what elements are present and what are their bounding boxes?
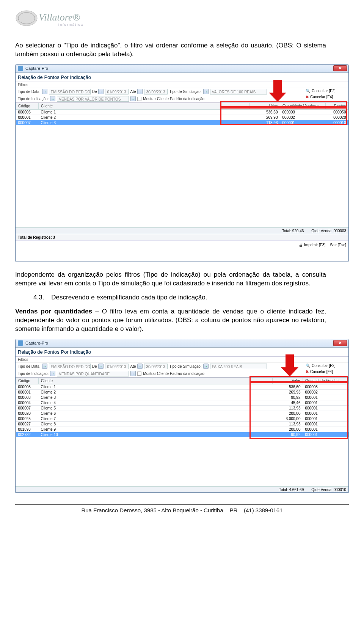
col-qtd[interactable]: Quantidade Vendas ▽ <box>280 103 326 109</box>
titlebar: Captare-Pro ✕ <box>16 339 348 348</box>
table-row[interactable]: 002732Cliente 1090,92000001 <box>16 432 348 437</box>
label-mostrar: Mostrar Cliente Padrão da indicação <box>143 97 204 101</box>
field-tipo-data[interactable]: EMISSÃO DO PEDIDO <box>49 89 91 94</box>
expand-icon[interactable]: → <box>42 364 47 369</box>
label-tipo-ind: Tipo de Indicação: <box>18 97 49 101</box>
field-ate[interactable]: 30/09/2013 <box>144 364 168 369</box>
table-row[interactable]: 001893Cliente 9200,00000001 <box>16 427 348 432</box>
summary-bar: Total: 4.661,69 Qtde Venda: 000010 <box>16 487 348 493</box>
label-de: De <box>92 90 97 94</box>
cancelar-button[interactable]: ✖ Cancelar [F4] <box>304 94 348 100</box>
consultar-button[interactable]: 🔍 Consultar [F2] <box>304 363 348 369</box>
field-de[interactable]: 01/09/2013 <box>105 89 129 94</box>
close-button[interactable]: ✕ <box>333 340 347 346</box>
label-tipo-data: Tipo de Data: <box>18 364 41 368</box>
label-tipo-data: Tipo de Data: <box>18 90 41 94</box>
label-de: De <box>92 364 97 368</box>
sair-button[interactable]: Sair [Esc] <box>330 243 346 247</box>
svg-text:informática: informática <box>58 23 83 27</box>
checkbox-mostrar[interactable] <box>137 372 141 376</box>
filter-row-1: Tipo de Data: → EMISSÃO DO PEDIDO De → 0… <box>16 88 304 95</box>
titlebar: Captare-Pro ✕ <box>16 65 348 73</box>
expand-icon[interactable]: → <box>42 89 47 94</box>
svg-text:Villatore®: Villatore® <box>39 12 80 23</box>
col-cliente[interactable]: Cliente <box>39 103 250 109</box>
total-qtd: Qtde Venda: 000003 <box>311 229 346 233</box>
col-codigo[interactable]: Código <box>16 103 39 109</box>
app-title: Captare-Pro <box>25 66 48 71</box>
col-valor[interactable]: Valor <box>250 103 280 109</box>
expand-icon[interactable]: → <box>137 89 143 94</box>
cancelar-button[interactable]: ✖ Cancelar [F4] <box>304 369 348 375</box>
checkbox-mostrar[interactable] <box>137 97 141 101</box>
expand-icon[interactable]: → <box>137 364 143 369</box>
status-bar: Total de Registros: 3 <box>16 234 348 240</box>
cancelar-label: Cancelar [F4] <box>310 95 333 99</box>
expand-icon[interactable]: → <box>98 364 104 369</box>
label-tipo-sim: Tipo de Simulação: <box>169 364 201 368</box>
paragraph-1: Ao selecionar o "Tipo de indicação", o f… <box>15 41 326 59</box>
col-codigo[interactable]: Código <box>16 378 39 384</box>
table-row[interactable]: 000003Cliente 390,92000001 <box>16 395 348 400</box>
expand-icon[interactable]: → <box>130 371 136 376</box>
field-tipo-ind[interactable]: VENDAS POR QUANTIDADE <box>57 371 129 376</box>
consultar-label: Consultar [F2] <box>312 89 336 93</box>
filters-group-label: Filtros <box>16 357 348 363</box>
table-row[interactable]: 000020Cliente 6200,00000001 <box>16 411 348 416</box>
page-footer: Rua Francisco Derosso, 3985 - Alto Boque… <box>15 504 349 513</box>
report-heading: Relação de Pontos Por Indicação <box>16 73 348 82</box>
expand-icon[interactable]: → <box>203 364 209 369</box>
consultar-button[interactable]: 🔍 Consultar [F2] <box>304 88 348 94</box>
expand-icon[interactable]: → <box>98 89 104 94</box>
field-ate[interactable]: 30/09/2013 <box>144 89 168 94</box>
field-tipo-data[interactable]: EMISSÃO DO PEDIDO <box>49 364 91 369</box>
col-valor[interactable]: Valor <box>273 378 303 384</box>
expand-icon[interactable]: → <box>50 371 55 376</box>
table-header-row[interactable]: Código Cliente Valor Quantidade Vendas <box>16 378 348 384</box>
data-table: Código Cliente Valor Quantidade Vendas 0… <box>16 378 348 438</box>
table-row[interactable]: 000027Cliente 8113,93000001 <box>16 421 348 427</box>
field-tipo-sim[interactable]: VALORES DE 100 REAIS <box>210 89 267 94</box>
table-header-row[interactable]: Código Cliente Valor Quantidade Vendas ▽… <box>16 103 348 109</box>
field-de[interactable]: 01/09/2013 <box>105 364 129 369</box>
table-row[interactable]: 000005Cliente 1536,60000003000050 <box>16 109 348 115</box>
app-icon <box>18 340 23 346</box>
col-qtd[interactable]: Quantidade Vendas <box>303 378 348 384</box>
close-button[interactable]: ✕ <box>333 65 347 71</box>
paragraph-2: Independente da organização pelos filtro… <box>15 271 326 288</box>
paragraph-3: 4.3. Descrevendo e exemplificando cada t… <box>33 293 326 302</box>
imprimir-button[interactable]: 🖨 Imprimir [F3] <box>299 243 325 247</box>
table-row[interactable]: 000001Cliente 2269,93000002 <box>16 389 348 395</box>
svg-point-0 <box>16 11 37 26</box>
total-valor: Total: 4.661,69 <box>279 488 304 492</box>
expand-icon[interactable]: → <box>50 96 55 101</box>
expand-icon[interactable]: → <box>203 89 209 94</box>
field-tipo-ind[interactable]: VENDAS POR VALOR DE PONTOS <box>57 96 129 102</box>
app-window-1: Captare-Pro ✕ Relação de Pontos Por Indi… <box>15 64 349 261</box>
summary-bar: Total: 920,46 Qtde Venda: 000003 <box>16 228 348 234</box>
table-row[interactable]: 000007Cliente 3113,93000001000010 <box>16 120 348 125</box>
filter-row-2: Tipo de Indicação: → VENDAS POR QUANTIDA… <box>16 370 304 377</box>
cancelar-label: Cancelar [F4] <box>310 370 333 374</box>
app-window-2: Captare-Pro ✕ Relação de Pontos Por Indi… <box>15 339 349 493</box>
field-tipo-sim[interactable]: FAIXA 200 REAIS <box>210 364 267 369</box>
data-table: Código Cliente Valor Quantidade Vendas ▽… <box>16 103 348 126</box>
logo: Villatore® informática <box>15 8 349 30</box>
table-row[interactable]: 000001Cliente 2269,93000002000020 <box>16 115 348 120</box>
col-cliente[interactable]: Cliente <box>39 378 273 384</box>
filters-group-label: Filtros <box>16 82 348 88</box>
app-icon <box>18 66 23 71</box>
label-ate: Até <box>130 90 136 94</box>
table-row[interactable]: 000025Cliente 73.000,00000001 <box>16 416 348 421</box>
table-row[interactable]: 000007Cliente 5113,93000001 <box>16 405 348 411</box>
table-row[interactable]: 000004Cliente 445,46000001 <box>16 400 348 405</box>
table-row[interactable]: 000005Cliente 1536,60000003 <box>16 384 348 389</box>
cancel-icon: ✖ <box>306 95 309 99</box>
expand-icon[interactable]: → <box>130 96 136 101</box>
app-title: Captare-Pro <box>25 341 48 345</box>
vendas-quantidades-lead: Vendas por quantidades <box>15 308 92 315</box>
total-valor: Total: 920,46 <box>282 229 304 233</box>
col-pontos[interactable]: Pontos <box>326 103 348 109</box>
label-ate: Até <box>130 364 136 368</box>
cancel-icon: ✖ <box>306 370 309 374</box>
